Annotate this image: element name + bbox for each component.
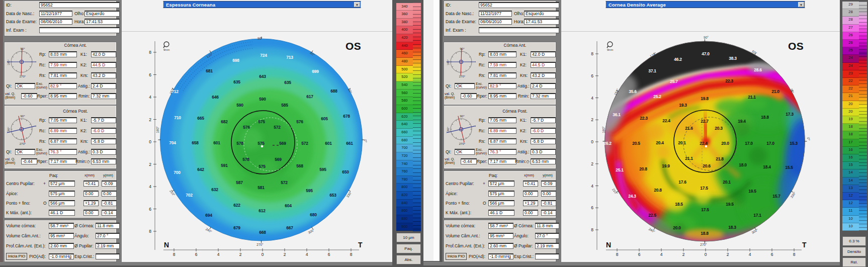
svg-text:22.7: 22.7 (701, 119, 709, 124)
svg-text:635: 635 (233, 79, 240, 84)
svg-text:667: 667 (286, 225, 293, 230)
svg-text:6: 6 (149, 207, 151, 212)
svg-text:702: 702 (186, 193, 193, 198)
svg-text:22.5: 22.5 (648, 213, 656, 218)
svg-text:20.8: 20.8 (639, 166, 647, 171)
svg-text:4: 4 (591, 96, 593, 101)
svg-text:17.6: 17.6 (678, 180, 686, 185)
svg-text:18.8: 18.8 (701, 231, 709, 236)
svg-text:646: 646 (212, 95, 219, 100)
svg-text:2: 2 (239, 252, 242, 257)
svg-text:710: 710 (174, 115, 181, 120)
svg-text:635: 635 (284, 80, 291, 85)
svg-text:591: 591 (221, 163, 228, 168)
svg-text:15.7: 15.7 (772, 194, 780, 199)
svg-text:0: 0 (262, 252, 264, 257)
svg-text:17.5: 17.5 (701, 207, 709, 212)
svg-text:N: N (606, 241, 611, 249)
svg-text:4: 4 (306, 252, 308, 257)
svg-text:587: 587 (236, 180, 243, 185)
svg-text:601: 601 (213, 140, 220, 145)
svg-text:N: N (164, 241, 169, 249)
svg-text:4: 4 (660, 252, 663, 257)
svg-text:0°: 0° (807, 137, 810, 141)
svg-text:8: 8 (173, 252, 176, 257)
svg-text:2: 2 (149, 162, 151, 167)
svg-text:90°: 90° (704, 36, 709, 39)
svg-text:700: 700 (173, 170, 181, 175)
svg-text:661: 661 (346, 141, 353, 146)
svg-text:2: 2 (591, 161, 593, 166)
svg-text:698: 698 (232, 58, 239, 63)
svg-text:713: 713 (286, 55, 293, 60)
svg-text:8: 8 (616, 252, 619, 257)
svg-text:22.3: 22.3 (725, 78, 733, 83)
svg-text:21.1: 21.1 (748, 95, 756, 100)
svg-text:590: 590 (259, 97, 266, 102)
svg-text:2: 2 (727, 252, 729, 257)
svg-text:20.1: 20.1 (723, 180, 731, 185)
svg-text:15.5: 15.5 (785, 165, 793, 170)
svg-text:612: 612 (258, 208, 266, 213)
svg-text:20.8: 20.8 (654, 188, 662, 193)
svg-text:8: 8 (149, 229, 151, 234)
svg-text:585: 585 (281, 103, 288, 108)
svg-text:572: 572 (281, 180, 288, 185)
svg-text:4: 4 (149, 95, 151, 100)
svg-text:581: 581 (257, 185, 265, 190)
svg-text:21.1: 21.1 (685, 156, 693, 161)
svg-text:18.8: 18.8 (761, 115, 769, 120)
svg-text:17.0: 17.0 (745, 141, 753, 146)
svg-text:46.2: 46.2 (674, 57, 682, 62)
svg-text:2: 2 (682, 252, 685, 257)
svg-text:17.1: 17.1 (753, 213, 761, 218)
svg-text:2: 2 (149, 117, 151, 122)
svg-text:2: 2 (591, 117, 593, 122)
svg-text:578: 578 (242, 157, 249, 162)
svg-text:8: 8 (350, 252, 353, 257)
svg-text:688: 688 (330, 88, 337, 94)
svg-text:569: 569 (279, 141, 286, 146)
svg-text:19.9: 19.9 (662, 163, 670, 168)
svg-text:22.3: 22.3 (640, 116, 648, 121)
svg-text:17.5: 17.5 (700, 186, 708, 191)
svg-text:0°: 0° (364, 139, 367, 143)
svg-text:270°: 270° (700, 243, 707, 246)
svg-text:8: 8 (793, 252, 796, 257)
svg-text:4: 4 (217, 252, 220, 257)
svg-text:650: 650 (342, 169, 349, 174)
svg-text:704: 704 (169, 140, 176, 145)
svg-text:19.5: 19.5 (748, 189, 756, 194)
svg-text:22.4: 22.4 (662, 118, 670, 123)
svg-text:0: 0 (149, 139, 151, 144)
svg-text:T: T (802, 241, 807, 249)
svg-text:8: 8 (591, 227, 593, 232)
svg-text:572: 572 (301, 141, 308, 146)
svg-text:47.0: 47.0 (702, 51, 710, 56)
svg-text:643: 643 (259, 74, 266, 79)
svg-text:653: 653 (329, 193, 336, 198)
svg-text:9mm: 9mm (163, 48, 170, 51)
svg-text:679: 679 (233, 225, 240, 230)
svg-text:20.4: 20.4 (656, 140, 664, 145)
svg-text:180°: 180° (156, 126, 159, 133)
svg-text:642: 642 (197, 167, 204, 172)
svg-text:712: 712 (171, 89, 179, 94)
svg-text:25.7: 25.7 (670, 79, 678, 84)
svg-text:678: 678 (343, 114, 350, 119)
svg-text:19.5: 19.5 (726, 202, 734, 207)
svg-text:6: 6 (638, 252, 641, 257)
svg-text:617: 617 (306, 94, 313, 99)
svg-text:575: 575 (258, 119, 265, 124)
svg-text:604: 604 (285, 203, 292, 208)
svg-text:25.1: 25.1 (616, 167, 624, 172)
svg-text:569: 569 (275, 157, 282, 162)
svg-text:6: 6 (149, 72, 151, 77)
svg-text:19.8: 19.8 (701, 96, 709, 101)
svg-text:4: 4 (749, 252, 751, 257)
svg-text:17.0: 17.0 (766, 141, 774, 146)
svg-text:21.8: 21.8 (716, 156, 724, 161)
svg-text:575: 575 (257, 141, 265, 146)
svg-text:37.1: 37.1 (648, 68, 656, 73)
svg-text:T: T (358, 241, 363, 249)
